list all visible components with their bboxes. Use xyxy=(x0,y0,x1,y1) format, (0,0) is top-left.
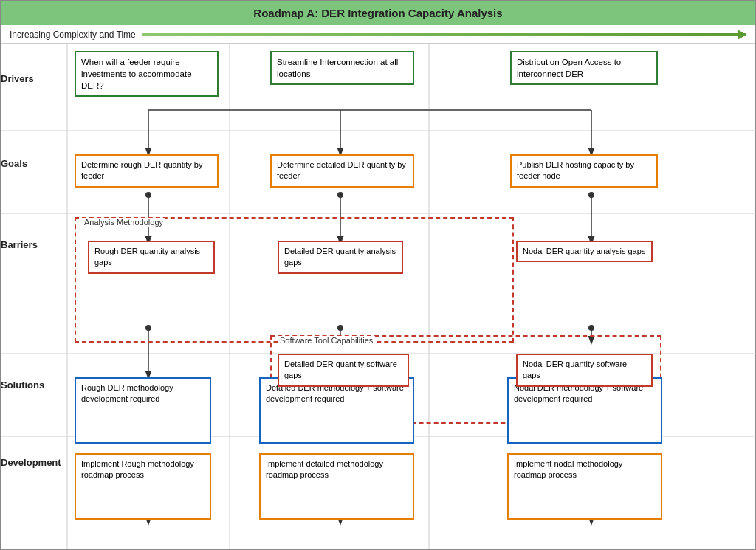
title-bar: Roadmap A: DER Integration Capacity Anal… xyxy=(1,1,755,25)
solution-box-3: Nodal DER methodology + software develop… xyxy=(507,377,662,444)
svg-point-29 xyxy=(588,325,594,331)
development-box-1: Implement Rough methodology roadmap proc… xyxy=(75,453,211,520)
svg-point-24 xyxy=(145,192,151,198)
label-development: Development xyxy=(1,457,67,468)
label-drivers: Drivers xyxy=(1,73,67,84)
complexity-arrow xyxy=(142,33,746,36)
main-container: Roadmap A: DER Integration Capacity Anal… xyxy=(0,0,756,550)
label-barriers: Barriers xyxy=(1,239,67,250)
barrier-analysis-box-2: Detailed DER quantity analysis gaps xyxy=(278,241,403,274)
driver-box-3: Distribution Open Access to interconnect… xyxy=(510,51,658,85)
title-text: Roadmap A: DER Integration Capacity Anal… xyxy=(253,7,502,19)
software-capabilities-label: Software Tool Capabilities xyxy=(278,336,375,345)
analysis-methodology-label: Analysis Methodology xyxy=(82,218,165,227)
goal-box-3: Publish DER hosting capacity by feeder n… xyxy=(510,154,658,188)
barrier-software-box-2: Nodal DER quantity software gaps xyxy=(516,354,653,387)
barrier-analysis-box-3: Nodal DER quantity analysis gaps xyxy=(516,241,653,262)
goal-box-2: Determine detailed DER quantity by feede… xyxy=(270,154,414,188)
label-solutions: Solutions xyxy=(1,379,67,391)
solution-box-1: Rough DER methodology development requir… xyxy=(75,377,211,444)
solution-box-2: Detailed DER methodology + software deve… xyxy=(259,377,414,444)
development-box-2: Implement detailed methodology roadmap p… xyxy=(259,453,414,520)
development-box-3: Implement nodal methodology roadmap proc… xyxy=(507,453,662,520)
barrier-analysis-box-1: Rough DER quantity analysis gaps xyxy=(88,241,215,274)
driver-box-2: Streamline Interconnection at all locati… xyxy=(270,51,414,85)
goal-box-1: Determine rough DER quantity by feeder xyxy=(75,154,219,188)
analysis-methodology-container: Analysis Methodology xyxy=(75,217,514,343)
svg-point-25 xyxy=(337,192,343,198)
complexity-row: Increasing Complexity and Time xyxy=(1,25,755,44)
driver-box-1: When will a feeder require investments t… xyxy=(75,51,219,97)
complexity-label: Increasing Complexity and Time xyxy=(10,30,136,40)
svg-point-26 xyxy=(588,192,594,198)
label-goals: Goals xyxy=(1,158,67,169)
barrier-software-box-1: Detailed DER quantity software gaps xyxy=(278,354,409,387)
diagram: Drivers Goals Barriers Solutions Develop… xyxy=(1,44,756,549)
